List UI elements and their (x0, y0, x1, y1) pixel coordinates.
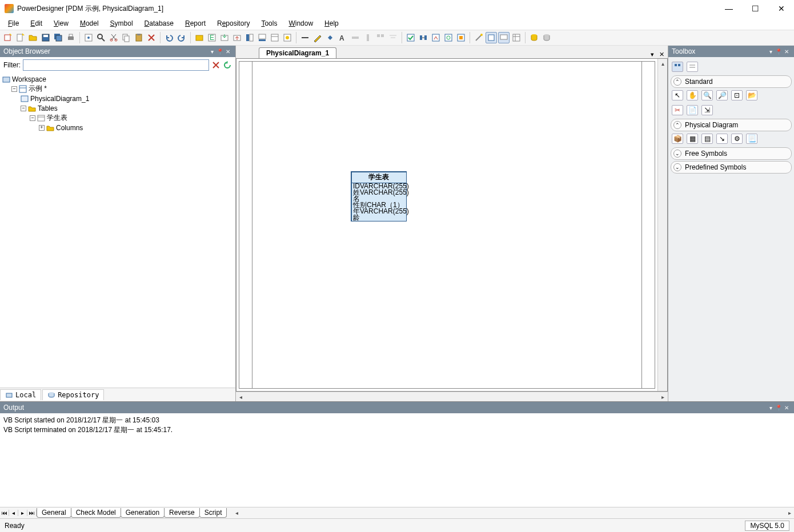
maximize-button[interactable]: ☐ (747, 4, 763, 13)
tab-close-icon[interactable]: ✕ (657, 51, 665, 58)
font-icon[interactable]: A (337, 32, 348, 43)
find-icon[interactable] (95, 32, 107, 43)
tree-model[interactable]: 示例 * (29, 84, 47, 94)
output-hscroll[interactable]: ◂▸ (232, 510, 794, 516)
panel-close-icon[interactable]: ✕ (783, 49, 791, 55)
close-button[interactable]: ✕ (773, 4, 789, 13)
menu-report[interactable]: Report (181, 18, 210, 29)
db-reverse-icon[interactable] (541, 32, 552, 43)
tree-tables[interactable]: Tables (38, 104, 58, 112)
browser-icon[interactable] (244, 32, 255, 43)
paste-icon[interactable] (133, 32, 145, 43)
impact-icon[interactable] (418, 32, 429, 43)
link-icon[interactable]: ⇲ (701, 105, 713, 115)
file-icon[interactable]: 📃 (746, 134, 757, 144)
collapse-icon[interactable]: − (30, 115, 35, 121)
vertical-scrollbar[interactable]: ▴ (657, 59, 667, 391)
package-icon[interactable]: 📦 (672, 134, 683, 144)
collapse-icon[interactable]: − (21, 106, 26, 111)
reference-icon[interactable]: ↘ (716, 134, 728, 144)
output-tab-general[interactable]: General (37, 508, 71, 518)
collapse-icon[interactable]: − (11, 86, 17, 92)
import-icon[interactable] (219, 32, 230, 43)
tab-local[interactable]: Local (0, 389, 41, 400)
output-text[interactable]: VB Script started on 2018/12/17 星期一 at 1… (0, 413, 794, 507)
properties-icon[interactable] (83, 32, 94, 43)
panel-pin-icon[interactable]: 📍 (216, 49, 224, 55)
print-icon[interactable] (65, 32, 77, 43)
generate-oom-icon[interactable] (455, 32, 467, 43)
filter-clear-icon[interactable] (211, 61, 220, 70)
result-icon[interactable] (269, 32, 280, 43)
toolbox-section-predefined[interactable]: ⌄ Predefined Symbols (671, 161, 792, 174)
output-tab-reverse[interactable]: Reverse (164, 508, 200, 518)
panel-pin-icon[interactable]: 📍 (775, 49, 783, 55)
tree-table-student[interactable]: 学生表 (47, 113, 67, 123)
menu-repository[interactable]: Repository (212, 18, 254, 29)
delete-icon[interactable] (146, 32, 157, 43)
open-icon[interactable] (27, 32, 39, 43)
cut-icon[interactable] (108, 32, 119, 43)
view-tool-icon[interactable]: ▤ (701, 134, 713, 144)
tab-next-icon[interactable]: ▸ (18, 510, 27, 516)
menu-model[interactable]: Model (75, 18, 103, 29)
horizontal-icon[interactable] (350, 32, 361, 43)
loginfo-icon[interactable] (486, 32, 497, 43)
pen-icon[interactable] (312, 32, 323, 43)
tree-columns[interactable]: Columns (56, 124, 83, 132)
tab-first-icon[interactable]: ⏮ (0, 510, 9, 516)
align-icon[interactable] (387, 32, 399, 43)
open-folder-icon[interactable]: 📂 (746, 90, 757, 100)
extended-icon[interactable]: E (206, 32, 218, 43)
menu-edit[interactable]: Edit (26, 18, 47, 29)
filter-refresh-icon[interactable] (223, 61, 232, 70)
note-icon[interactable]: 📄 (687, 105, 698, 115)
object-tree[interactable]: Workspace − 示例 * PhysicalDiagram_1 − Tab… (0, 73, 235, 388)
output-tab-generation[interactable]: Generation (121, 508, 165, 518)
menu-symbol[interactable]: Symbol (106, 18, 138, 29)
export-icon[interactable] (231, 32, 243, 43)
filter-input[interactable] (23, 59, 209, 71)
menu-tools[interactable]: Tools (256, 18, 282, 29)
tab-repository[interactable]: Repository (42, 389, 104, 400)
check-icon[interactable] (405, 32, 416, 43)
grid-icon[interactable] (375, 32, 386, 43)
minimize-button[interactable]: — (721, 4, 737, 13)
new-model-icon[interactable] (15, 32, 26, 43)
zoom-out-icon[interactable]: 🔎 (716, 90, 728, 100)
db-generate-icon[interactable] (528, 32, 540, 43)
procedure-icon[interactable]: ⚙ (731, 134, 743, 144)
diagram-canvas[interactable]: 学生表 IDVARCHAR(255)姓名VARCHAR(255)性别CHAR（1… (239, 61, 655, 389)
new-project-icon[interactable] (2, 32, 14, 43)
fill-icon[interactable] (324, 32, 336, 43)
pointer-icon[interactable]: ↖ (672, 90, 683, 100)
menu-window[interactable]: Window (284, 18, 318, 29)
toolbox-section-standard[interactable]: ⌃ Standard (671, 75, 792, 88)
panel-pin-icon[interactable]: 📍 (775, 405, 783, 411)
panel-dropdown-icon[interactable]: ▾ (767, 405, 775, 411)
output-tab-check[interactable]: Check Model (71, 508, 121, 518)
new-package-icon[interactable] (194, 32, 205, 43)
view-list-icon[interactable] (687, 62, 698, 72)
zoom-fit-icon[interactable]: ⊡ (731, 90, 743, 100)
view-large-icon[interactable] (672, 62, 683, 72)
toolbox-section-free[interactable]: ⌄ Free Symbols (671, 147, 792, 160)
undo-icon[interactable] (163, 32, 175, 43)
expand-icon[interactable]: + (39, 125, 45, 131)
table-tool-icon[interactable]: ▦ (687, 134, 698, 144)
generate-pdm-icon[interactable] (430, 32, 442, 43)
tab-last-icon[interactable]: ⏭ (27, 510, 37, 516)
delete-icon[interactable]: ✂ (672, 105, 683, 115)
diagram-tab[interactable]: PhysicalDiagram_1 (259, 47, 336, 58)
welcome-icon[interactable] (282, 32, 293, 43)
zoom-in-icon[interactable]: 🔍 (701, 90, 713, 100)
line-style-icon[interactable] (299, 32, 311, 43)
spreadsheet-icon[interactable] (511, 32, 522, 43)
toolbox-section-physical[interactable]: ⌃ Physical Diagram (671, 119, 792, 131)
tab-dropdown-icon[interactable]: ▾ (648, 51, 656, 58)
menu-database[interactable]: Database (140, 18, 178, 29)
menu-file[interactable]: File (3, 18, 23, 29)
panel-dropdown-icon[interactable]: ▾ (208, 49, 216, 55)
horizontal-scrollbar[interactable]: ◂▸ (236, 392, 668, 401)
tab-prev-icon[interactable]: ◂ (9, 510, 18, 516)
